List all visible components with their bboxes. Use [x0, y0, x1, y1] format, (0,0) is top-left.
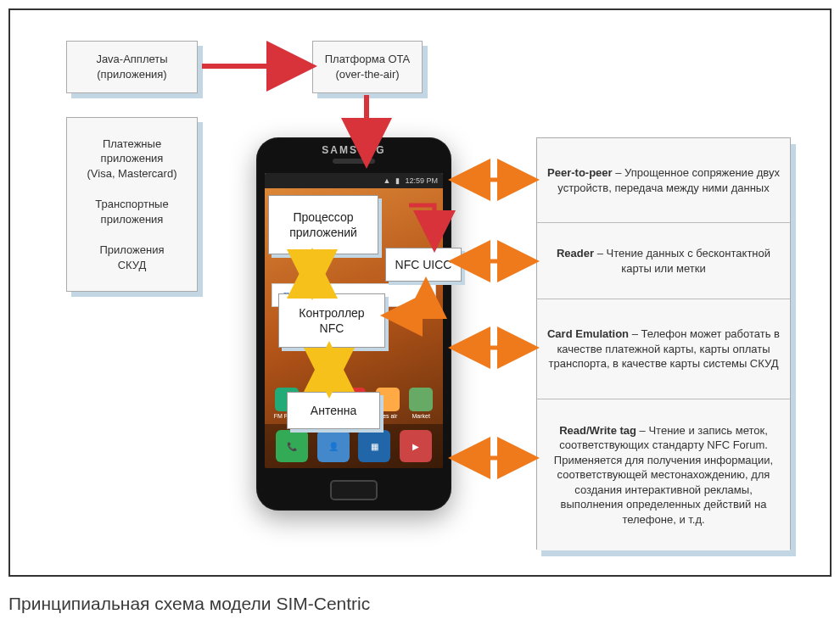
arrow-proc-to-uicc — [409, 205, 434, 244]
diagram-frame: Java-Апплеты (приложения) Платежные прил… — [8, 8, 832, 577]
arrow-controller-uicc — [389, 285, 426, 315]
arrows-layer — [10, 10, 833, 578]
diagram-caption: Принципиальная схема модели SIM-Centric — [8, 594, 370, 614]
